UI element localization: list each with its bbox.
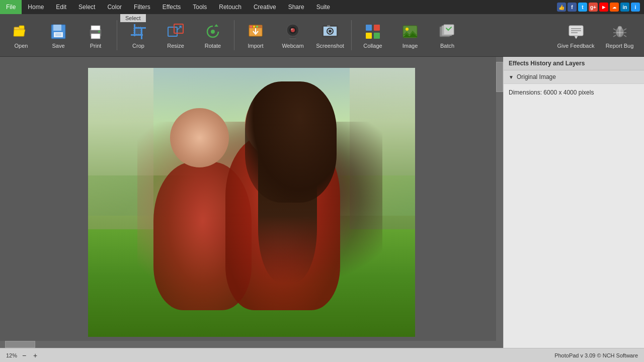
- svg-point-33: [329, 30, 332, 33]
- save-button[interactable]: Save: [40, 16, 76, 54]
- app-title: PhotoPad v 3.09 © NCH Software: [554, 352, 638, 358]
- svg-rect-37: [366, 33, 372, 39]
- menu-home[interactable]: Home: [22, 0, 50, 14]
- youtube-icon[interactable]: ▶: [599, 3, 608, 12]
- open-icon: [12, 22, 31, 41]
- original-image-label: Original Image: [517, 73, 556, 80]
- svg-rect-5: [55, 33, 61, 36]
- svg-line-55: [624, 35, 626, 37]
- svg-line-50: [613, 29, 616, 30]
- svg-line-54: [613, 35, 616, 37]
- rotate-button[interactable]: Rotate: [195, 16, 231, 54]
- statusbar: 12% − + PhotoPad v 3.09 © NCH Software: [0, 348, 644, 362]
- menu-file[interactable]: File: [0, 0, 22, 14]
- info-icon[interactable]: i: [631, 3, 640, 12]
- zoom-out-button[interactable]: −: [20, 351, 28, 359]
- zoom-percent: 12%: [6, 352, 17, 358]
- menu-creative[interactable]: Creative: [248, 0, 282, 14]
- collage-label: Collage: [363, 43, 382, 49]
- thumbsup-icon[interactable]: 👍: [557, 3, 566, 12]
- soundcloud-icon[interactable]: ☁: [610, 3, 619, 12]
- collapse-arrow-icon: ▼: [509, 74, 514, 80]
- vertical-scrollbar[interactable]: [496, 57, 503, 348]
- toolbar: Open Save Print: [0, 14, 644, 57]
- report-bug-icon: [610, 22, 629, 41]
- resize-button[interactable]: Resize: [157, 16, 194, 54]
- save-label: Save: [52, 43, 64, 49]
- screenshot-icon: [320, 22, 340, 41]
- canvas-area[interactable]: [0, 57, 503, 348]
- toolbar-right: Give Feedback Report Bug: [554, 16, 641, 54]
- menu-filters[interactable]: Filters: [128, 0, 156, 14]
- svg-rect-38: [374, 33, 380, 39]
- toolbar-separator-1: [117, 20, 117, 50]
- collage-icon: [363, 22, 382, 41]
- svg-point-27: [291, 28, 293, 30]
- print-button[interactable]: Print: [77, 16, 114, 54]
- import-label: Import: [248, 43, 263, 49]
- svg-rect-35: [366, 25, 372, 31]
- svg-point-20: [250, 26, 252, 28]
- screenshot-label: Screenshot: [316, 43, 344, 49]
- svg-rect-8: [91, 34, 100, 39]
- image-button[interactable]: Image: [392, 16, 428, 54]
- facebook-icon[interactable]: f: [568, 3, 577, 12]
- batch-button[interactable]: Batch: [429, 16, 465, 54]
- report-bug-button[interactable]: Report Bug: [598, 16, 641, 54]
- give-feedback-button[interactable]: Give Feedback: [554, 16, 597, 54]
- menu-select[interactable]: Select: [72, 0, 101, 14]
- resize-icon: [166, 22, 185, 41]
- svg-rect-3: [53, 25, 61, 31]
- svg-rect-15: [168, 27, 177, 36]
- panel-header: Effects History and Layers: [504, 57, 644, 70]
- social-icons-bar: 👍 f t g+ ▶ ☁ in i: [557, 3, 644, 12]
- svg-rect-14: [134, 27, 141, 34]
- menu-share[interactable]: Share: [282, 0, 310, 14]
- menu-retouch[interactable]: Retouch: [213, 0, 248, 14]
- save-icon: [49, 22, 68, 41]
- image-icon: [400, 22, 420, 41]
- resize-label: Resize: [167, 43, 184, 49]
- image-container: [88, 68, 415, 337]
- svg-rect-34: [327, 25, 330, 27]
- menu-color[interactable]: Color: [101, 0, 128, 14]
- main-image: [88, 68, 415, 337]
- image-dimensions: Dimensions: 6000 x 4000 pixels: [504, 84, 644, 101]
- menu-effects[interactable]: Effects: [156, 0, 187, 14]
- menubar: File Home Edit Select Color Filters Effe…: [0, 0, 644, 14]
- import-icon: [246, 22, 265, 41]
- give-feedback-icon: [567, 22, 586, 41]
- svg-line-51: [624, 29, 626, 30]
- zoom-in-button[interactable]: +: [31, 351, 39, 359]
- open-button[interactable]: Open: [3, 16, 39, 54]
- menu-suite[interactable]: Suite: [310, 0, 336, 14]
- collage-button[interactable]: Collage: [355, 16, 391, 54]
- give-feedback-label: Give Feedback: [557, 43, 595, 49]
- svg-point-17: [211, 30, 215, 34]
- original-image-section[interactable]: ▼ Original Image: [504, 70, 644, 84]
- menu-tools[interactable]: Tools: [187, 0, 213, 14]
- toolbar-separator-2: [234, 20, 234, 50]
- batch-label: Batch: [440, 43, 454, 49]
- rotate-icon: [203, 22, 222, 41]
- svg-point-40: [406, 28, 409, 31]
- svg-point-22: [256, 26, 258, 28]
- webcam-button[interactable]: Webcam: [275, 16, 311, 54]
- linkedin-icon[interactable]: in: [620, 3, 629, 12]
- select-subtab[interactable]: Select: [120, 14, 146, 22]
- print-label: Print: [90, 43, 102, 49]
- horizontal-scrollbar-thumb[interactable]: [5, 341, 35, 348]
- svg-point-49: [618, 26, 622, 30]
- google-plus-icon[interactable]: g+: [589, 3, 598, 12]
- horizontal-scrollbar[interactable]: [0, 341, 496, 348]
- vertical-scrollbar-thumb[interactable]: [496, 62, 503, 92]
- import-button[interactable]: Import: [237, 16, 274, 54]
- svg-rect-7: [91, 26, 100, 30]
- screenshot-button[interactable]: Screenshot: [312, 16, 348, 54]
- webcam-label: Webcam: [282, 43, 303, 49]
- menu-edit[interactable]: Edit: [50, 0, 72, 14]
- crop-icon: [129, 22, 148, 41]
- webcam-icon: [283, 22, 302, 41]
- twitter-icon[interactable]: t: [578, 3, 587, 12]
- svg-point-21: [253, 26, 255, 28]
